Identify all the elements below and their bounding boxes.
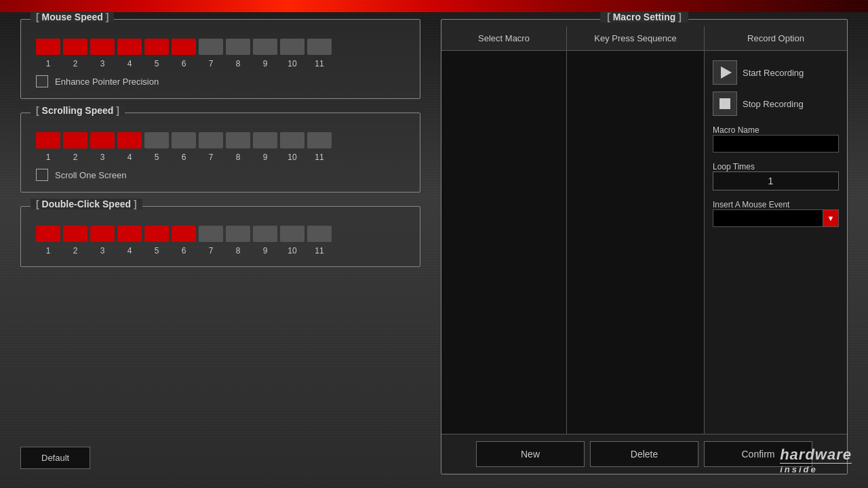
new-button[interactable]: New [476, 441, 585, 467]
macro-name-label: Macro Name [713, 125, 839, 135]
snum-7: 7 [199, 152, 223, 162]
snum-8: 8 [226, 152, 250, 162]
slider-block-9[interactable] [253, 39, 277, 55]
snum-11: 11 [307, 152, 332, 162]
insert-mouse-dropdown: ▼ [713, 209, 839, 227]
scroll-block-3[interactable] [90, 132, 115, 148]
scroll-block-10[interactable] [280, 132, 304, 148]
dbl-block-9[interactable] [253, 226, 277, 242]
slider-block-11[interactable] [307, 39, 332, 55]
dnum-2: 2 [63, 246, 87, 256]
scrolling-speed-section: Scrolling Speed 1 2 3 4 5 6 [20, 113, 420, 192]
snum-10: 10 [280, 152, 304, 162]
scroll-block-9[interactable] [253, 132, 277, 148]
logo-line1: hardware [780, 447, 852, 463]
num-6: 6 [172, 59, 196, 68]
num-5: 5 [144, 59, 169, 68]
enhance-pointer-label: Enhance Pointer Precision [55, 77, 159, 87]
snum-3: 3 [90, 152, 115, 162]
dbl-block-4[interactable] [117, 226, 142, 242]
double-click-numbers: 1 2 3 4 5 6 7 8 9 10 11 [36, 246, 405, 256]
start-recording-row: Start Recording [713, 60, 839, 85]
slider-block-6[interactable] [172, 39, 196, 55]
dbl-block-5[interactable] [144, 226, 169, 242]
dnum-1: 1 [36, 246, 60, 256]
scroll-one-screen-label: Scroll One Screen [55, 170, 127, 180]
dbl-block-2[interactable] [63, 226, 87, 242]
macro-list-area[interactable] [441, 51, 567, 434]
num-10: 10 [280, 59, 304, 68]
slider-block-2[interactable] [63, 39, 87, 55]
slider-block-8[interactable] [226, 39, 250, 55]
dnum-10: 10 [280, 246, 304, 256]
double-click-speed-title: Double-Click Speed [31, 199, 142, 209]
slider-block-4[interactable] [117, 39, 142, 55]
dbl-block-8[interactable] [226, 226, 250, 242]
scroll-block-1[interactable] [36, 132, 60, 148]
dbl-block-7[interactable] [199, 226, 223, 242]
col-header-select-macro: Select Macro [441, 26, 567, 50]
scroll-one-screen-checkbox[interactable] [36, 169, 48, 181]
slider-block-1[interactable] [36, 39, 60, 55]
num-11: 11 [307, 59, 332, 68]
scroll-block-5[interactable] [144, 132, 169, 148]
stop-recording-button[interactable] [713, 92, 737, 116]
mouse-speed-slider[interactable] [36, 39, 405, 55]
scroll-block-4[interactable] [117, 132, 142, 148]
dnum-4: 4 [117, 246, 142, 256]
slider-block-10[interactable] [280, 39, 304, 55]
insert-mouse-section: Insert A Mouse Event ▼ [713, 197, 839, 227]
insert-mouse-label: Insert A Mouse Event [713, 200, 839, 209]
snum-9: 9 [253, 152, 277, 162]
slider-block-5[interactable] [144, 39, 169, 55]
dnum-3: 3 [90, 246, 115, 256]
col-header-keypress: Key Press Sequence [567, 26, 705, 50]
scroll-one-screen-row: Scroll One Screen [36, 169, 405, 181]
slider-block-7[interactable] [199, 39, 223, 55]
num-1: 1 [36, 59, 60, 68]
macro-name-section: Macro Name [713, 123, 839, 152]
scroll-block-7[interactable] [199, 132, 223, 148]
dbl-block-3[interactable] [90, 226, 115, 242]
scrolling-speed-slider[interactable] [36, 132, 405, 148]
macro-name-input[interactable] [713, 135, 839, 152]
stop-recording-label: Stop Recording [743, 99, 804, 109]
macro-record-area: Start Recording Stop Recording Macro Nam… [705, 51, 847, 434]
scroll-block-8[interactable] [226, 132, 250, 148]
dnum-8: 8 [226, 246, 250, 256]
scroll-block-11[interactable] [307, 132, 332, 148]
col-header-record: Record Option [705, 26, 847, 50]
dbl-block-10[interactable] [280, 226, 304, 242]
snum-2: 2 [63, 152, 87, 162]
dropdown-arrow-icon[interactable]: ▼ [823, 209, 839, 227]
insert-mouse-input[interactable] [713, 209, 823, 227]
default-button[interactable]: Default [20, 447, 90, 469]
start-recording-button[interactable] [713, 60, 737, 85]
mouse-speed-numbers: 1 2 3 4 5 6 7 8 9 10 11 [36, 59, 405, 68]
scroll-speed-numbers: 1 2 3 4 5 6 7 8 9 10 11 [36, 152, 405, 162]
delete-button[interactable]: Delete [590, 441, 698, 467]
stop-icon [719, 98, 730, 109]
scroll-block-2[interactable] [63, 132, 87, 148]
loop-times-input[interactable] [713, 171, 839, 190]
enhance-pointer-row: Enhance Pointer Precision [36, 75, 405, 87]
macro-body: Press Sequence Key " Start Recording [441, 51, 847, 434]
dbl-block-11[interactable] [307, 226, 332, 242]
num-9: 9 [253, 59, 277, 68]
scroll-block-6[interactable] [172, 132, 196, 148]
macro-keypress-area: Press Sequence Key " [567, 51, 705, 434]
num-3: 3 [90, 59, 115, 68]
snum-4: 4 [117, 152, 142, 162]
num-2: 2 [63, 59, 87, 68]
double-click-speed-slider[interactable] [36, 226, 405, 242]
dbl-block-6[interactable] [172, 226, 196, 242]
snum-1: 1 [36, 152, 60, 162]
double-click-speed-section: Double-Click Speed 1 2 3 4 5 6 [20, 206, 420, 267]
dbl-block-1[interactable] [36, 226, 60, 242]
enhance-pointer-checkbox[interactable] [36, 75, 48, 87]
num-8: 8 [226, 59, 250, 68]
mouse-speed-section: Mouse Speed 1 2 3 4 5 6 [20, 19, 420, 99]
logo: hardware inside [780, 447, 852, 474]
slider-block-3[interactable] [90, 39, 115, 55]
scrolling-speed-title: Scrolling Speed [31, 105, 125, 116]
